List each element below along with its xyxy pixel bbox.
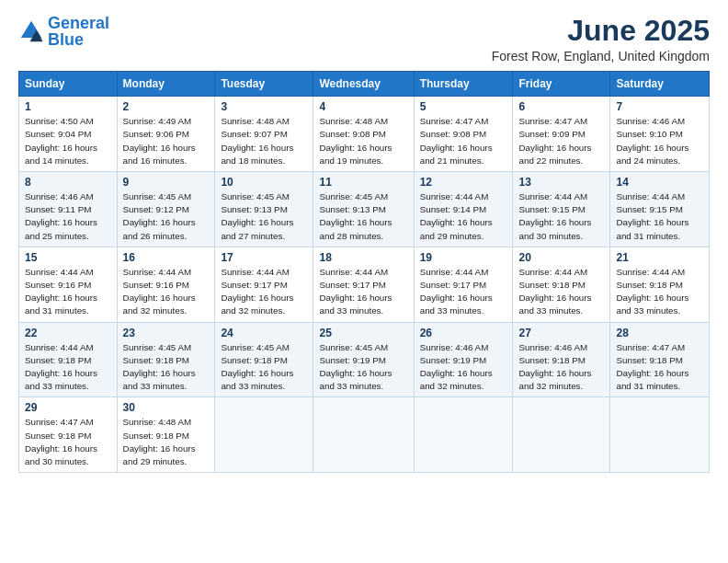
calendar-row: 22Sunrise: 4:44 AMSunset: 9:18 PMDayligh…	[19, 322, 710, 397]
table-row: 26Sunrise: 4:46 AMSunset: 9:19 PMDayligh…	[414, 322, 513, 397]
table-row: 7Sunrise: 4:46 AMSunset: 9:10 PMDaylight…	[610, 97, 710, 172]
table-row: 29Sunrise: 4:47 AMSunset: 9:18 PMDayligh…	[19, 397, 118, 473]
day-number: 21	[616, 251, 703, 264]
day-number: 26	[420, 327, 507, 339]
day-info: Sunrise: 4:48 AMSunset: 9:07 PMDaylight:…	[221, 115, 307, 167]
day-number: 16	[123, 251, 210, 264]
page-header: General Blue June 2025 Forest Row, Engla…	[18, 15, 710, 63]
table-row: 8Sunrise: 4:46 AMSunset: 9:11 PMDaylight…	[19, 172, 118, 247]
calendar-page: General Blue June 2025 Forest Row, Engla…	[0, 0, 728, 488]
day-info: Sunrise: 4:45 AMSunset: 9:12 PMDaylight:…	[123, 190, 210, 243]
day-info: Sunrise: 4:44 AMSunset: 9:17 PMDaylight:…	[420, 266, 507, 318]
table-row	[313, 397, 414, 473]
day-number: 5	[420, 100, 507, 113]
table-row: 30Sunrise: 4:48 AMSunset: 9:18 PMDayligh…	[117, 397, 215, 473]
day-number: 7	[616, 100, 703, 113]
title-block: June 2025 Forest Row, England, United Ki…	[492, 15, 710, 63]
day-number: 20	[518, 251, 604, 264]
month-title: June 2025	[492, 15, 710, 47]
day-number: 3	[221, 100, 307, 113]
table-row: 10Sunrise: 4:45 AMSunset: 9:13 PMDayligh…	[215, 172, 313, 247]
day-info: Sunrise: 4:44 AMSunset: 9:15 PMDaylight:…	[518, 190, 604, 243]
table-row: 5Sunrise: 4:47 AMSunset: 9:08 PMDaylight…	[414, 97, 513, 172]
table-row: 19Sunrise: 4:44 AMSunset: 9:17 PMDayligh…	[414, 247, 513, 322]
day-number: 12	[420, 176, 507, 189]
table-row: 6Sunrise: 4:47 AMSunset: 9:09 PMDaylight…	[513, 97, 610, 172]
day-number: 30	[123, 401, 210, 414]
table-row: 17Sunrise: 4:44 AMSunset: 9:17 PMDayligh…	[215, 247, 313, 322]
day-number: 13	[518, 176, 604, 189]
day-info: Sunrise: 4:44 AMSunset: 9:14 PMDaylight:…	[420, 190, 507, 243]
day-info: Sunrise: 4:44 AMSunset: 9:16 PMDaylight:…	[123, 266, 210, 318]
day-info: Sunrise: 4:46 AMSunset: 9:10 PMDaylight:…	[616, 115, 703, 167]
table-row: 9Sunrise: 4:45 AMSunset: 9:12 PMDaylight…	[117, 172, 215, 247]
col-friday: Friday	[513, 72, 610, 97]
day-info: Sunrise: 4:44 AMSunset: 9:16 PMDaylight:…	[25, 266, 111, 318]
table-row: 3Sunrise: 4:48 AMSunset: 9:07 PMDaylight…	[215, 97, 313, 172]
day-number: 18	[319, 251, 407, 264]
day-number: 6	[518, 100, 604, 113]
day-info: Sunrise: 4:47 AMSunset: 9:18 PMDaylight:…	[616, 341, 703, 394]
day-info: Sunrise: 4:44 AMSunset: 9:18 PMDaylight:…	[616, 266, 703, 318]
col-monday: Monday	[117, 72, 215, 97]
calendar-row: 1Sunrise: 4:50 AMSunset: 9:04 PMDaylight…	[19, 97, 710, 172]
table-row	[414, 397, 513, 473]
table-row: 14Sunrise: 4:44 AMSunset: 9:15 PMDayligh…	[610, 172, 710, 247]
day-info: Sunrise: 4:47 AMSunset: 9:09 PMDaylight:…	[518, 115, 604, 167]
day-number: 24	[221, 327, 307, 339]
day-info: Sunrise: 4:44 AMSunset: 9:18 PMDaylight:…	[518, 266, 604, 318]
table-row: 24Sunrise: 4:45 AMSunset: 9:18 PMDayligh…	[215, 322, 313, 397]
day-info: Sunrise: 4:45 AMSunset: 9:19 PMDaylight:…	[319, 341, 407, 394]
day-number: 17	[221, 251, 307, 264]
table-row: 15Sunrise: 4:44 AMSunset: 9:16 PMDayligh…	[19, 247, 118, 322]
table-row: 27Sunrise: 4:46 AMSunset: 9:18 PMDayligh…	[513, 322, 610, 397]
table-row: 18Sunrise: 4:44 AMSunset: 9:17 PMDayligh…	[313, 247, 414, 322]
day-info: Sunrise: 4:44 AMSunset: 9:17 PMDaylight:…	[221, 266, 307, 318]
day-number: 15	[25, 251, 111, 264]
table-row: 21Sunrise: 4:44 AMSunset: 9:18 PMDayligh…	[610, 247, 710, 322]
col-sunday: Sunday	[19, 72, 118, 97]
calendar-header-row: Sunday Monday Tuesday Wednesday Thursday…	[19, 72, 710, 97]
day-number: 9	[123, 176, 210, 189]
day-info: Sunrise: 4:45 AMSunset: 9:13 PMDaylight:…	[221, 190, 307, 243]
logo-general: General	[48, 14, 109, 32]
table-row: 16Sunrise: 4:44 AMSunset: 9:16 PMDayligh…	[117, 247, 215, 322]
table-row: 11Sunrise: 4:45 AMSunset: 9:13 PMDayligh…	[313, 172, 414, 247]
calendar-row: 29Sunrise: 4:47 AMSunset: 9:18 PMDayligh…	[19, 397, 710, 473]
table-row: 13Sunrise: 4:44 AMSunset: 9:15 PMDayligh…	[513, 172, 610, 247]
day-number: 4	[319, 100, 407, 113]
day-number: 14	[616, 176, 703, 189]
table-row	[610, 397, 710, 473]
day-number: 8	[25, 176, 111, 189]
calendar-row: 15Sunrise: 4:44 AMSunset: 9:16 PMDayligh…	[19, 247, 710, 322]
logo: General Blue	[18, 15, 109, 48]
day-info: Sunrise: 4:48 AMSunset: 9:08 PMDaylight:…	[319, 115, 407, 167]
table-row: 2Sunrise: 4:49 AMSunset: 9:06 PMDaylight…	[117, 97, 215, 172]
day-info: Sunrise: 4:48 AMSunset: 9:18 PMDaylight:…	[123, 416, 210, 468]
day-number: 27	[518, 327, 604, 339]
table-row	[513, 397, 610, 473]
col-wednesday: Wednesday	[313, 72, 414, 97]
calendar-row: 8Sunrise: 4:46 AMSunset: 9:11 PMDaylight…	[19, 172, 710, 247]
logo-blue: Blue	[48, 30, 84, 49]
day-info: Sunrise: 4:44 AMSunset: 9:17 PMDaylight:…	[319, 266, 407, 318]
day-number: 19	[420, 251, 507, 264]
table-row: 25Sunrise: 4:45 AMSunset: 9:19 PMDayligh…	[313, 322, 414, 397]
day-info: Sunrise: 4:44 AMSunset: 9:15 PMDaylight:…	[616, 190, 703, 243]
table-row: 12Sunrise: 4:44 AMSunset: 9:14 PMDayligh…	[414, 172, 513, 247]
day-info: Sunrise: 4:49 AMSunset: 9:06 PMDaylight:…	[123, 115, 210, 167]
day-info: Sunrise: 4:47 AMSunset: 9:08 PMDaylight:…	[420, 115, 507, 167]
col-thursday: Thursday	[414, 72, 513, 97]
table-row	[215, 397, 313, 473]
calendar-table: Sunday Monday Tuesday Wednesday Thursday…	[18, 71, 710, 473]
table-row: 23Sunrise: 4:45 AMSunset: 9:18 PMDayligh…	[117, 322, 215, 397]
day-info: Sunrise: 4:44 AMSunset: 9:18 PMDaylight:…	[25, 341, 111, 394]
day-number: 23	[123, 327, 210, 339]
col-tuesday: Tuesday	[215, 72, 313, 97]
day-info: Sunrise: 4:46 AMSunset: 9:11 PMDaylight:…	[25, 190, 111, 243]
day-info: Sunrise: 4:47 AMSunset: 9:18 PMDaylight:…	[25, 416, 111, 468]
day-number: 29	[25, 401, 111, 414]
day-info: Sunrise: 4:50 AMSunset: 9:04 PMDaylight:…	[25, 115, 111, 167]
day-number: 22	[25, 327, 111, 339]
day-info: Sunrise: 4:45 AMSunset: 9:18 PMDaylight:…	[221, 341, 307, 394]
